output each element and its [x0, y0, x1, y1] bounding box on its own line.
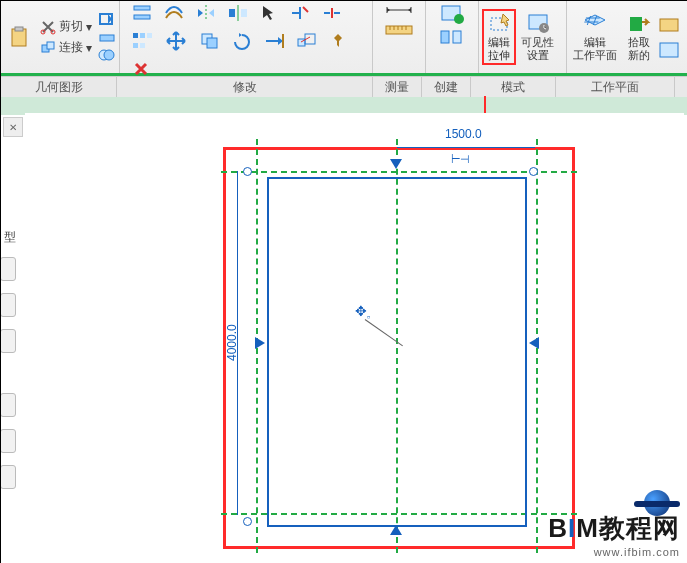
svg-rect-26	[441, 31, 449, 43]
scissors-icon	[40, 19, 56, 35]
array-icon[interactable]	[131, 31, 153, 51]
pin-icon[interactable]	[327, 31, 349, 51]
title-modify: 修改	[117, 77, 373, 97]
watermark-logo: BIMBIM教程网教程网 www.ifbim.com	[548, 511, 680, 558]
dim-width-line	[397, 147, 535, 148]
move-icon[interactable]	[163, 29, 189, 53]
ref-plane-v-mid	[396, 139, 398, 553]
title-measure: 测量	[373, 77, 422, 97]
dim-symbol-icon: ⊢⊣	[451, 153, 469, 166]
flip-arrow-right[interactable]	[255, 337, 265, 349]
trim-icon[interactable]	[289, 3, 311, 23]
join-button[interactable]: 连接 ▾	[38, 38, 94, 57]
panel-workplane: 编辑 工作平面 拾取 新的	[567, 1, 687, 73]
svg-rect-17	[133, 43, 138, 48]
scale-icon[interactable]	[295, 31, 317, 51]
viewer-icon[interactable]	[658, 41, 680, 59]
title-create: 创建	[422, 77, 471, 97]
svg-rect-7	[100, 35, 114, 41]
copy-icon[interactable]	[199, 31, 221, 51]
panel-mode: 编辑 拉伸 可见性 设置	[479, 1, 567, 73]
svg-rect-31	[630, 17, 642, 31]
title-geometry: 几何图形	[1, 77, 117, 97]
svg-rect-33	[660, 43, 678, 57]
select-arrow-icon[interactable]	[259, 3, 279, 23]
svg-rect-12	[229, 9, 235, 17]
ref-plane-h-top	[221, 171, 577, 173]
show-icon[interactable]	[658, 15, 680, 33]
tool-slot[interactable]	[0, 393, 16, 417]
visibility-icon	[526, 12, 550, 34]
align-icon[interactable]	[131, 3, 153, 23]
svg-rect-32	[660, 19, 678, 31]
grip[interactable]	[243, 167, 252, 176]
grip[interactable]	[243, 517, 252, 526]
svg-rect-27	[453, 31, 461, 43]
title-workplane: 工作平面	[556, 77, 675, 97]
cut-geom-icon[interactable]	[98, 29, 116, 45]
extend-icon[interactable]	[263, 31, 285, 51]
flip-arrow-up[interactable]	[390, 525, 402, 535]
visibility-button[interactable]: 可见性 设置	[518, 11, 557, 63]
visibility-label: 可见性 设置	[521, 36, 554, 62]
svg-rect-11	[134, 15, 150, 19]
svg-rect-1	[15, 27, 23, 31]
grip[interactable]	[529, 167, 538, 176]
panel-measure	[373, 1, 426, 73]
pick-new-button[interactable]: 拾取 新的	[624, 11, 654, 63]
tool-slot[interactable]	[0, 293, 16, 317]
svg-rect-20	[207, 38, 217, 48]
sketch-left[interactable]	[267, 177, 269, 527]
rotate-icon[interactable]	[231, 31, 253, 51]
create-group-icon[interactable]	[439, 3, 465, 25]
edit-workplane-button[interactable]: 编辑 工作平面	[570, 11, 620, 63]
svg-rect-15	[140, 33, 145, 38]
split-icon[interactable]	[321, 3, 343, 23]
svg-rect-5	[47, 42, 54, 49]
panel-create	[426, 1, 479, 73]
measure-icon[interactable]	[384, 23, 414, 37]
flip-arrow-left[interactable]	[529, 337, 539, 349]
panel-close-icon[interactable]: ✕	[3, 117, 23, 137]
tool-slot[interactable]	[0, 257, 16, 281]
panel-geometry: 剪切 ▾ 连接 ▾	[1, 1, 120, 73]
drawing-canvas[interactable]: 1500.0 ⊢⊣ 4000.0 ✥▫	[25, 113, 684, 558]
sketch-right[interactable]	[525, 177, 527, 527]
panel-modify	[120, 1, 373, 73]
cut-button[interactable]: 剪切 ▾	[38, 17, 94, 36]
flip-arrow-down[interactable]	[390, 159, 402, 169]
svg-rect-13	[241, 9, 247, 17]
cut-label: 剪切	[59, 18, 83, 35]
cope-icon[interactable]	[98, 11, 116, 27]
edit-extrude-icon	[487, 12, 511, 34]
offset-icon[interactable]	[163, 3, 185, 23]
mirror-draw-icon[interactable]	[227, 3, 249, 23]
svg-point-25	[454, 14, 464, 24]
title-mode: 模式	[471, 77, 556, 97]
svg-rect-18	[140, 43, 145, 48]
left-tool-palette	[0, 257, 17, 489]
svg-rect-10	[134, 6, 150, 10]
sketch-top[interactable]	[267, 177, 525, 179]
join-geom-icon[interactable]	[98, 47, 116, 63]
logo-main: BIMBIM教程网教程网	[548, 511, 680, 546]
dimension-icon[interactable]	[384, 3, 414, 17]
panel-titles: 几何图形 修改 测量 创建 模式 工作平面	[1, 76, 687, 97]
move-cursor-icon: ✥▫	[355, 303, 370, 322]
type-label: 型	[4, 229, 16, 246]
dim-width-value[interactable]: 1500.0	[445, 127, 482, 141]
logo-sub: www.ifbim.com	[548, 546, 680, 558]
edit-extrude-button[interactable]: 编辑 拉伸	[482, 9, 516, 65]
svg-rect-0	[12, 29, 26, 46]
tool-slot[interactable]	[0, 465, 16, 489]
tool-slot[interactable]	[0, 429, 16, 453]
grid-icon	[583, 12, 607, 34]
tool-slot[interactable]	[0, 329, 16, 353]
paste-button[interactable]	[4, 25, 34, 49]
delete-icon[interactable]	[131, 59, 153, 79]
create-similar-icon[interactable]	[439, 29, 465, 45]
mirror-pick-icon[interactable]	[195, 3, 217, 23]
svg-rect-14	[133, 33, 138, 38]
svg-rect-16	[147, 33, 152, 38]
svg-point-9	[104, 50, 114, 60]
